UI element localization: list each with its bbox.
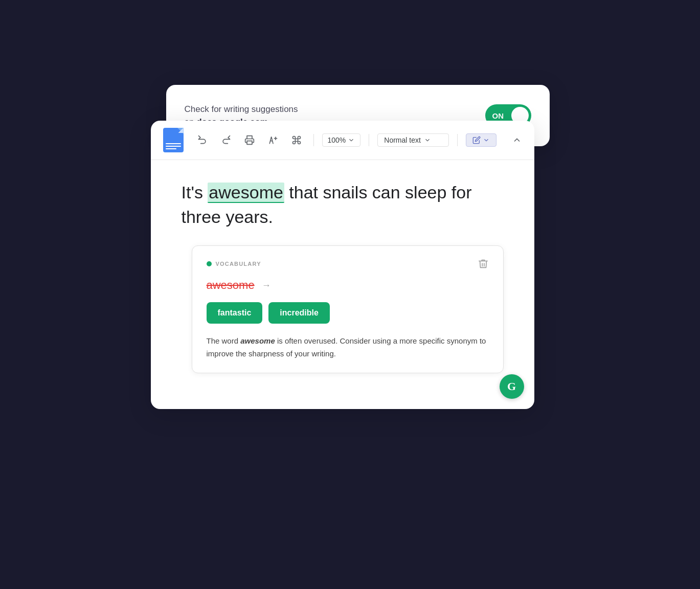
- toolbar-separator-1: [313, 134, 314, 146]
- word-replacement: awesome →: [207, 279, 489, 292]
- description-bold-word: awesome: [240, 336, 275, 345]
- toolbar-separator-3: [457, 134, 458, 146]
- toolbar: 100% Normal text: [151, 121, 534, 160]
- undo-button[interactable]: [194, 131, 211, 149]
- grammarly-g-logo: G: [507, 380, 516, 393]
- trash-icon: [478, 258, 489, 269]
- synonym-incredible-button[interactable]: incredible: [268, 302, 330, 324]
- grammarly-fab[interactable]: G: [500, 374, 524, 399]
- spell-check-button[interactable]: [264, 131, 282, 149]
- paint-format-button[interactable]: [288, 131, 305, 149]
- docs-icon-line2: [166, 146, 181, 147]
- suggestion-type: VOCABULARY: [207, 261, 261, 267]
- doc-sentence: It's awesome that snails can sleep for t…: [182, 180, 504, 229]
- print-button[interactable]: [241, 131, 258, 149]
- docs-app-icon: [163, 128, 184, 152]
- pencil-icon: [472, 136, 481, 144]
- strikethrough-word: awesome: [207, 279, 255, 292]
- docs-icon-line3: [166, 148, 176, 149]
- style-chevron-icon: [424, 137, 431, 144]
- edit-chevron-icon: [483, 137, 490, 144]
- zoom-selector[interactable]: 100%: [322, 133, 361, 147]
- vocab-dot-icon: [207, 261, 212, 266]
- text-style-selector[interactable]: Normal text: [377, 133, 449, 147]
- toggle-card-line1: Check for writing suggestions: [185, 104, 298, 114]
- chevron-up-icon: [512, 135, 522, 145]
- vocab-label: VOCABULARY: [216, 261, 261, 267]
- dismiss-suggestion-button[interactable]: [478, 258, 489, 269]
- toggle-label: ON: [492, 111, 504, 120]
- toolbar-separator-2: [369, 134, 369, 146]
- text-style-label: Normal text: [384, 136, 421, 144]
- sentence-before: It's: [182, 183, 208, 202]
- doc-content: It's awesome that snails can sleep for t…: [151, 160, 534, 389]
- toolbar-collapse-button[interactable]: [512, 135, 522, 145]
- docs-icon-line1: [166, 143, 181, 144]
- highlighted-awesome-word[interactable]: awesome: [208, 183, 284, 203]
- redo-button[interactable]: [217, 131, 235, 149]
- suggestion-header: VOCABULARY: [207, 258, 489, 269]
- zoom-value: 100%: [328, 136, 346, 144]
- vocabulary-suggestion-card: VOCABULARY awesome →: [192, 245, 504, 373]
- synonym-buttons-group: fantastic incredible: [207, 302, 489, 324]
- arrow-right-icon: →: [262, 280, 271, 291]
- synonym-fantastic-button[interactable]: fantastic: [207, 302, 263, 324]
- edit-mode-button[interactable]: [466, 133, 496, 147]
- zoom-chevron-icon: [348, 137, 355, 144]
- docs-main-card: 100% Normal text: [151, 121, 534, 409]
- svg-rect-0: [247, 141, 252, 145]
- suggestion-description: The word awesome is often overused. Cons…: [207, 335, 489, 360]
